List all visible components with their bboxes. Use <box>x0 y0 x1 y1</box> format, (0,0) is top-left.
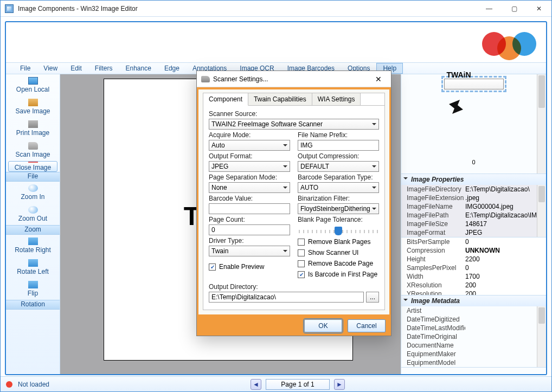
property-row[interactable]: XResolution200 <box>401 281 537 290</box>
file-prefix-input[interactable]: IMG <box>298 140 379 151</box>
menu-file[interactable]: File <box>14 63 37 74</box>
section-image-properties[interactable]: Image Properties <box>401 174 546 185</box>
page-display: Page 1 of 1 <box>266 379 330 390</box>
property-row[interactable]: DocumentName <box>401 341 537 350</box>
property-value: 0 <box>465 238 537 246</box>
enable-preview-checkbox[interactable]: ✔Enable Preview <box>209 262 290 272</box>
is-barcode-first-checkbox[interactable]: ✔Is Barcode in First Page <box>298 269 379 279</box>
window-title: Image Components - Win32 Image Editor <box>18 5 477 12</box>
dialog-close-button[interactable]: ✕ <box>370 75 387 83</box>
output-directory-input[interactable]: E:\Temp\Digitalizacao\ <box>209 292 364 303</box>
toolbtn-label: Zoom In <box>21 193 44 201</box>
thumbnail-scrollbar[interactable] <box>537 74 546 173</box>
property-value: 2200 <box>465 255 537 263</box>
toolbtn-zoom-in[interactable]: Zoom In <box>8 182 57 203</box>
scanner-source-select[interactable]: TWAIN2 FreeImage Software Scanner <box>209 119 379 130</box>
property-key: Compression <box>401 247 465 254</box>
maximize-button[interactable]: ▢ <box>502 1 527 17</box>
toolbtn-rotate-left[interactable]: Rotate Left <box>8 256 57 278</box>
cancel-button[interactable]: Cancel <box>348 319 386 332</box>
tab-component[interactable]: Component <box>203 93 248 106</box>
thumbnail-0[interactable]: TWAiN <box>444 79 504 89</box>
tab-wia-settings[interactable]: WIA Settings <box>312 93 361 105</box>
meta-scrollbar[interactable] <box>537 306 546 367</box>
property-row[interactable]: EquipmentModel <box>401 358 537 367</box>
output-format-select[interactable]: JPEG <box>209 161 290 172</box>
property-row[interactable]: DateTimeLastModified <box>401 324 537 332</box>
property-row[interactable]: CompressionUNKNOWN <box>401 246 537 255</box>
close-image-icon <box>28 162 38 163</box>
toolbtn-label: Rotate Right <box>15 246 51 254</box>
page-separation-select[interactable]: None <box>209 182 290 193</box>
dialog-tabs: Component Twain Capabilities WIA Setting… <box>203 93 385 105</box>
chevron-down-icon <box>283 250 287 254</box>
page-count-input[interactable]: 0 <box>209 224 290 235</box>
property-row[interactable]: SamplesPerPixel0 <box>401 264 537 272</box>
tab-twain-capabilities[interactable]: Twain Capabilities <box>248 93 312 105</box>
slider-thumb-icon[interactable] <box>335 227 342 235</box>
ok-button[interactable]: OK <box>304 319 342 332</box>
toolbtn-scan-image[interactable]: Scan Image <box>8 139 57 161</box>
scanner-icon <box>201 76 210 82</box>
menu-enhance[interactable]: Enhance <box>119 63 158 74</box>
property-row[interactable]: YResolution200 <box>401 290 537 295</box>
toolbtn-save-image[interactable]: Save Image <box>8 96 57 118</box>
property-row[interactable]: DateTimeDigitized <box>401 315 537 324</box>
chevron-down-icon <box>372 165 376 170</box>
binarization-filter-select[interactable]: FloydSteinbergDithering <box>298 203 379 214</box>
toolbtn-zoom-out[interactable]: Zoom Out <box>8 203 57 225</box>
remove-barcode-page-checkbox[interactable]: Remove Bacode Page <box>298 259 379 268</box>
open-local-icon <box>28 77 38 85</box>
close-button[interactable]: ✕ <box>527 1 551 17</box>
property-row[interactable]: ImageFileNameIMG000004.jpeg <box>401 202 537 211</box>
page-prev-button[interactable]: ◄ <box>251 379 261 390</box>
output-compression-select[interactable]: DEFAULT <box>298 161 379 172</box>
property-row[interactable]: Height2200 <box>401 255 537 264</box>
chevron-down-icon <box>283 144 287 149</box>
twain-icon <box>447 99 465 115</box>
property-row[interactable]: ImageFilePathE:\Temp\Digitalizacao\IMG <box>401 211 537 220</box>
property-key: Width <box>401 273 465 280</box>
page-next-button[interactable]: ► <box>334 379 345 390</box>
property-key: Artist <box>401 307 465 314</box>
toolbtn-label: Scan Image <box>15 151 50 158</box>
property-row[interactable]: ImageFormatJPEG <box>401 228 537 237</box>
property-key: ImageFormat <box>401 229 465 236</box>
property-row[interactable]: ImageFileExtension.jpeg <box>401 194 537 202</box>
toolbtn-print-image[interactable]: Print Image <box>8 118 57 139</box>
remove-blank-checkbox[interactable]: Remove Blank Pages <box>298 237 379 247</box>
barcode-value-input[interactable] <box>209 203 290 214</box>
driver-type-select[interactable]: Twain <box>209 246 290 256</box>
property-row[interactable]: ImageFileDirectoryE:\Temp\Digitalizacao\ <box>401 185 537 194</box>
property-row[interactable]: EquipmentMaker <box>401 350 537 358</box>
property-row[interactable]: DateTimeOriginal <box>401 332 537 341</box>
property-row[interactable]: Artist <box>401 306 537 315</box>
blank-tolerance-slider[interactable] <box>299 230 378 233</box>
property-row[interactable]: Width1700 <box>401 272 537 281</box>
scanner-settings-dialog: Scanner Settings... ✕ Component Twain Ca… <box>196 70 391 336</box>
property-row[interactable]: BitsPerSample0 <box>401 237 537 246</box>
toolbtn-open-local[interactable]: Open Local <box>8 74 57 96</box>
property-key: EquipmentMaker <box>401 350 465 358</box>
acquire-mode-select[interactable]: Auto <box>209 140 290 151</box>
property-value: 148617 <box>465 220 537 228</box>
toolbtn-flip[interactable]: Flip <box>8 278 57 300</box>
print-image-icon <box>28 120 38 128</box>
toolbtn-label: Rotate Left <box>17 268 49 275</box>
menu-edit[interactable]: Edit <box>64 63 88 74</box>
menu-view[interactable]: View <box>37 63 64 74</box>
property-key: EquipmentModel <box>401 359 465 367</box>
chevron-down-icon <box>283 187 287 191</box>
show-scanner-ui-checkbox[interactable]: Show Scanner UI <box>298 248 379 258</box>
minimize-button[interactable]: — <box>477 1 502 17</box>
property-row[interactable]: ImageFileSize148617 <box>401 220 537 228</box>
lbl-acquire-mode: Acquire Mode: <box>209 131 290 139</box>
barcode-separation-select[interactable]: AUTO <box>298 182 379 193</box>
toolbtn-close-image[interactable]: Close Image <box>8 161 57 172</box>
menu-edge[interactable]: Edge <box>158 63 186 74</box>
section-image-metadata[interactable]: Image Metadata <box>401 295 546 306</box>
toolbtn-rotate-right[interactable]: Rotate Right <box>8 235 57 256</box>
browse-button[interactable]: ... <box>366 292 379 303</box>
props-scrollbar[interactable] <box>537 185 546 237</box>
menu-filters[interactable]: Filters <box>88 63 119 74</box>
